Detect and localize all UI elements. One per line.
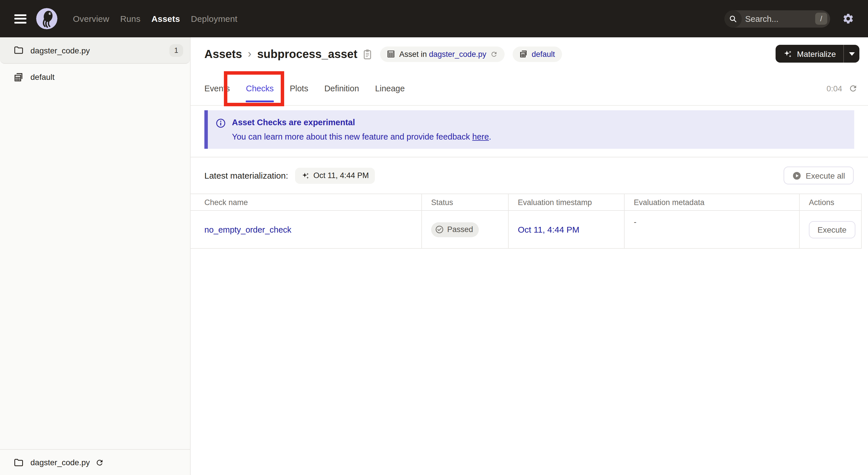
tab-lineage[interactable]: Lineage: [375, 72, 405, 105]
evaluation-timestamp-cell: Oct 11, 4:44 PM: [508, 211, 625, 248]
sparkles-icon: [783, 49, 793, 58]
status-label: Passed: [447, 225, 473, 234]
refresh-icon[interactable]: [490, 50, 498, 58]
sidebar-item-group-default[interactable]: default: [0, 64, 190, 90]
asset-table-icon: [387, 50, 395, 58]
tab-list: Events Checks Plots Definition Lineage: [205, 72, 405, 105]
menu-button[interactable]: [14, 14, 26, 23]
nav-item-deployment[interactable]: Deployment: [191, 14, 237, 24]
column-header-actions: Actions: [800, 194, 862, 210]
reload-location-button[interactable]: [95, 458, 104, 467]
banner-body: You can learn more about this new featur…: [232, 132, 491, 141]
search-icon-wrap: [724, 10, 742, 27]
search-shortcut-key: /: [815, 12, 827, 25]
sidebar-item-label: dagster_code.py: [30, 46, 90, 55]
tab-checks[interactable]: Checks: [246, 72, 274, 105]
column-header-check-name: Check name: [191, 194, 422, 210]
play-circle-icon: [792, 171, 801, 180]
evaluation-metadata-cell: -: [625, 211, 800, 248]
feedback-link[interactable]: here: [472, 132, 489, 141]
actions-cell: Execute: [800, 211, 862, 248]
sparkles-icon: [301, 172, 309, 179]
nav-right: /: [724, 10, 860, 27]
check-name-link[interactable]: no_empty_order_check: [205, 225, 291, 234]
latest-materialization-timestamp: Oct 11, 4:44 PM: [313, 171, 369, 180]
banner-body-text: You can learn more about this new featur…: [232, 132, 472, 141]
column-header-evaluation-metadata: Evaluation metadata: [625, 194, 800, 210]
materialize-button[interactable]: Materialize: [776, 45, 843, 63]
group-link[interactable]: default: [532, 50, 555, 58]
asset-tabs: Events Checks Plots Definition Lineage 0…: [191, 72, 868, 106]
settings-button[interactable]: [842, 12, 854, 25]
search-input[interactable]: [742, 14, 815, 23]
tab-definition[interactable]: Definition: [324, 72, 359, 105]
table-row: no_empty_order_check Passed Oct 11, 4:44…: [191, 211, 862, 249]
status-badge: Passed: [431, 222, 479, 237]
refresh-status: 0:04: [827, 84, 868, 93]
folder-icon: [14, 46, 24, 55]
caret-down-icon: [849, 52, 855, 55]
sidebar: dagster_code.py 1 default dagster_code.p…: [0, 37, 191, 475]
search-box[interactable]: /: [724, 10, 830, 27]
checks-table: Check name Status Evaluation timestamp E…: [191, 194, 862, 249]
latest-materialization-tag[interactable]: Oct 11, 4:44 PM: [295, 168, 375, 183]
hamburger-icon: [14, 22, 26, 23]
tab-plots[interactable]: Plots: [290, 72, 308, 105]
clipboard-icon: [363, 49, 372, 59]
asset-definition-tag: Asset in dagster_code.py: [380, 46, 505, 62]
copy-asset-name-button[interactable]: [363, 49, 372, 59]
info-icon: [216, 118, 226, 149]
tab-events[interactable]: Events: [205, 72, 230, 105]
materialize-label: Materialize: [797, 49, 836, 58]
code-location-link[interactable]: dagster_code.py: [429, 50, 487, 58]
refresh-timer: 0:04: [827, 84, 842, 93]
refresh-icon: [95, 458, 104, 467]
banner-body-suffix: .: [489, 132, 491, 141]
nav-item-assets[interactable]: Assets: [151, 14, 180, 24]
folder-icon: [14, 458, 24, 467]
sidebar-footer-label: dagster_code.py: [30, 458, 90, 467]
asset-group-icon: [14, 72, 24, 82]
materialize-split-button: Materialize: [776, 45, 859, 63]
banner-title: Asset Checks are experimental: [232, 118, 491, 127]
table-header-row: Check name Status Evaluation timestamp E…: [191, 194, 862, 211]
top-nav: Overview Runs Assets Deployment /: [0, 0, 868, 37]
check-name-cell: no_empty_order_check: [191, 211, 422, 248]
column-header-status: Status: [422, 194, 508, 210]
asset-header: Assets › subprocess_asset: [191, 37, 868, 71]
asset-tag-prefix: Asset in: [399, 50, 429, 58]
banner-section: Asset Checks are experimental You can le…: [191, 106, 868, 157]
column-header-evaluation-timestamp: Evaluation timestamp: [508, 194, 625, 210]
execute-button[interactable]: Execute: [809, 221, 855, 238]
sidebar-item-code-location[interactable]: dagster_code.py 1: [0, 37, 190, 64]
check-circle-icon: [435, 225, 444, 234]
experimental-banner: Asset Checks are experimental You can le…: [205, 110, 854, 149]
search-icon: [729, 14, 737, 23]
primary-nav: Overview Runs Assets Deployment: [73, 14, 237, 24]
asset-count-badge: 1: [169, 44, 183, 57]
hamburger-icon: [14, 14, 26, 16]
asset-group-icon: [520, 50, 528, 58]
dagster-logo: [36, 8, 57, 29]
asset-tag-text: Asset in dagster_code.py: [399, 50, 486, 58]
status-cell: Passed: [422, 211, 508, 248]
banner-text: Asset Checks are experimental You can le…: [232, 118, 491, 149]
dagster-app: Overview Runs Assets Deployment /: [0, 0, 868, 475]
nav-item-runs[interactable]: Runs: [120, 14, 141, 24]
refresh-icon[interactable]: [848, 84, 858, 93]
asset-group-tag: default: [513, 46, 562, 62]
page-title: subprocess_asset: [257, 48, 358, 61]
latest-materialization-label: Latest materialization:: [205, 171, 288, 180]
execute-all-button[interactable]: Execute all: [783, 167, 854, 184]
main-content: Assets › subprocess_asset: [191, 37, 868, 475]
sidebar-item-label: default: [30, 72, 55, 82]
execute-all-label: Execute all: [806, 171, 845, 180]
nav-item-overview[interactable]: Overview: [73, 14, 110, 24]
materialize-options-button[interactable]: [844, 45, 859, 63]
gear-icon: [842, 12, 854, 25]
breadcrumb-separator: ›: [248, 48, 251, 60]
sidebar-footer-code-location[interactable]: dagster_code.py: [0, 449, 190, 475]
evaluation-timestamp-link[interactable]: Oct 11, 4:44 PM: [518, 225, 580, 234]
hamburger-icon: [14, 18, 26, 20]
breadcrumb-root[interactable]: Assets: [205, 48, 242, 61]
